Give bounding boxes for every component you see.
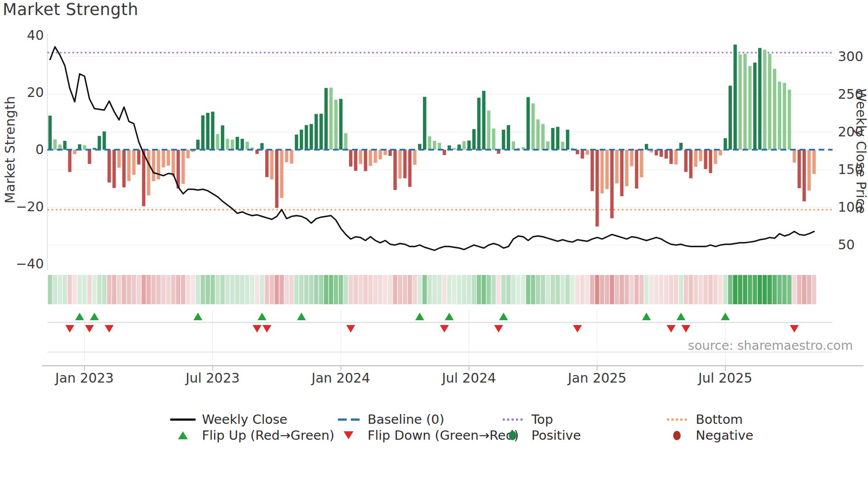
heat-cell [112,275,116,304]
strength-bar [117,150,121,168]
strength-bar [186,150,190,158]
heat-cell [122,275,126,304]
heat-cell [53,275,57,304]
legend-label: Flip Up (Red→Green) [202,428,334,443]
source-text: source: sharemaestro.com [688,338,853,353]
strength-bar [98,136,101,150]
flip-up-marker [90,313,99,320]
heat-cell [620,275,624,304]
strength-bar [625,150,628,186]
heat-cell [314,275,318,304]
heat-cell [797,275,802,304]
strength-bar [403,150,407,178]
heat-cell [156,275,161,304]
strength-bar [724,138,727,150]
heat-cell [289,275,294,304]
strength-bar [798,150,801,188]
heat-cell [250,275,254,304]
heat-cell [709,275,713,304]
heat-cell [654,275,659,304]
heat-cell [698,275,703,304]
strength-bar [167,150,170,166]
strength-bar [664,150,668,159]
flip-down-marker [105,325,114,333]
heat-cell [191,275,195,304]
strength-bar [591,150,594,191]
right-tick-label: 300 [838,49,863,64]
heat-cell [161,275,166,304]
heat-cell [186,275,190,304]
right-tick-label: 250 [838,86,863,102]
heat-cell [334,275,338,304]
heat-cell [561,275,565,304]
negative-dot-icon [673,431,681,440]
strength-bar [512,141,515,150]
left-tick-label: −20 [16,199,44,214]
heat-cell [107,275,112,304]
legend-item-flip-up: Flip Up (Red→Green) [169,427,334,444]
heat-cell [782,275,787,304]
heat-cell [240,275,244,304]
heat-cell [689,275,693,304]
heat-cell [279,275,284,304]
strength-bar [812,150,816,174]
line-swatch-icon [170,418,196,421]
legend-label: Positive [531,428,581,443]
strength-bar [635,150,639,189]
strength-bar [615,150,619,183]
strength-bar [108,150,111,182]
strength-bar [290,150,294,164]
heat-cell [679,275,683,304]
strength-bar [171,150,175,177]
heat-cell [368,275,373,304]
legend-label: Bottom [696,412,743,427]
heat-cell [68,275,72,304]
heat-cell [201,275,205,304]
strength-bar [556,127,560,150]
strength-bar [240,139,244,150]
flip-down-marker [85,325,94,333]
heat-cell [546,275,550,304]
heat-cell [585,275,589,304]
strength-bar [329,88,333,150]
heat-cell [166,275,170,304]
heat-cell [506,275,511,304]
strength-bar [507,125,510,150]
heat-cell [694,275,698,304]
strength-bar [733,45,737,150]
heat-cell [792,275,797,304]
flip-down-marker [494,325,503,333]
heat-cell [713,275,718,304]
heat-cell [319,275,323,304]
heat-cell [482,275,486,304]
left-tick-label: −40 [16,256,44,271]
strength-bar [699,150,702,161]
strength-bar [684,150,688,172]
heat-cell [635,275,639,304]
strength-bar [492,128,496,150]
strength-bar [605,150,609,189]
legend-item-baseline: Baseline (0) [335,411,444,428]
triangle-down-icon [344,431,353,439]
right-tick-label: 100 [838,199,863,215]
heat-cell [787,275,792,304]
heat-cell [442,275,447,304]
strength-bar [245,142,249,150]
strength-bar [310,124,313,150]
heat-cell [728,275,732,304]
heat-cell [284,275,289,304]
heat-cell [777,275,782,304]
heat-cell [624,275,629,304]
strength-bar [659,150,663,157]
heat-cell [703,275,708,304]
strength-bar [68,150,72,172]
heat-cell [501,275,506,304]
right-tick-label: 150 [838,162,863,177]
strength-bar [236,137,239,150]
heat-cell [467,275,471,304]
strength-bar [53,139,57,150]
heat-cell [58,275,62,304]
strength-bar [270,150,274,179]
strength-bar [260,143,264,150]
heat-cell [270,275,274,304]
